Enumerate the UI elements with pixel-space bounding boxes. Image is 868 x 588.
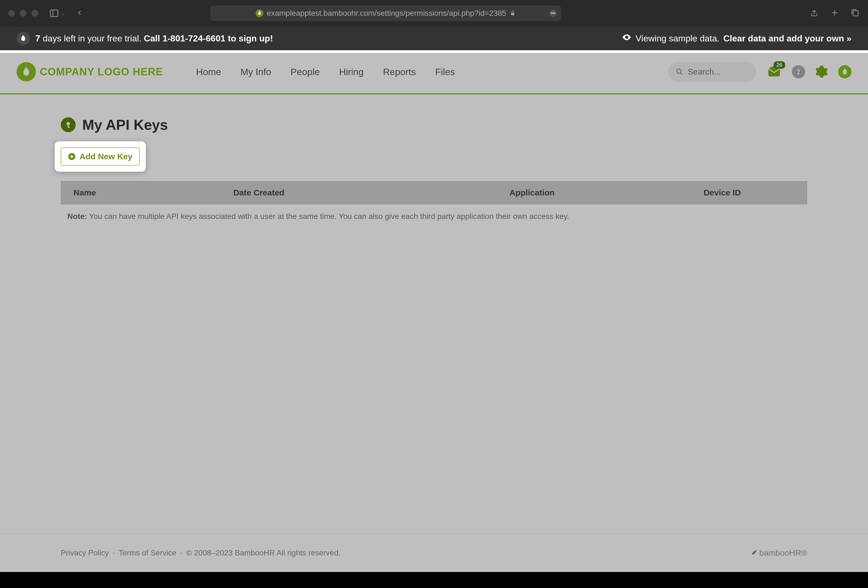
col-device-id: Device ID: [695, 182, 807, 204]
company-logo[interactable]: COMPANY LOGO HERE: [16, 62, 163, 81]
url-more-button[interactable]: •••: [549, 10, 557, 17]
clear-data-link[interactable]: Clear data and add your own »: [723, 33, 852, 44]
trial-banner: 7 days left in your free trial. Call 1-8…: [0, 27, 868, 50]
sidebar-toggle[interactable]: ⌵: [49, 8, 65, 18]
footer: Privacy Policy · Terms of Service · © 20…: [0, 533, 868, 572]
inbox-button[interactable]: 26: [766, 64, 782, 80]
col-date-created: Date Created: [225, 182, 501, 204]
add-new-key-button[interactable]: Add New Key: [61, 148, 140, 165]
lock-icon: [510, 10, 516, 16]
question-icon: [794, 68, 802, 75]
api-keys-table: Name Date Created Application Device ID: [61, 181, 807, 204]
settings-button[interactable]: [815, 65, 828, 78]
chevron-left-icon: [76, 9, 83, 16]
inbox-badge: 26: [774, 61, 785, 69]
bamboohr-footer-logo: bambooHR®: [750, 548, 807, 558]
logo-mark-icon: [16, 62, 36, 81]
browser-back-button[interactable]: [76, 9, 83, 18]
add-new-key-label: Add New Key: [80, 152, 133, 161]
nav-people[interactable]: People: [291, 66, 320, 77]
logo-text: COMPANY LOGO HERE: [40, 66, 163, 78]
new-tab-button[interactable]: [830, 8, 839, 19]
share-icon: [809, 8, 819, 18]
tabs-overview-button[interactable]: [850, 8, 860, 19]
svg-rect-11: [68, 127, 70, 128]
search-icon: [676, 67, 683, 76]
page-content: My API Keys Add New Key Name Date Create…: [0, 95, 868, 533]
note-text: Note: You can have multiple API keys ass…: [61, 204, 807, 229]
table-header-row: Name Date Created Application Device ID: [61, 182, 807, 204]
chevron-down-icon: ⌵: [61, 10, 65, 16]
col-name: Name: [61, 182, 225, 204]
maximize-window-button[interactable]: [31, 10, 38, 16]
close-window-button[interactable]: [8, 10, 15, 16]
brand-mark-icon: [16, 32, 30, 45]
gear-icon: [815, 65, 828, 79]
share-button[interactable]: [809, 8, 819, 19]
tabs-icon: [850, 8, 860, 18]
app-header: COMPANY LOGO HERE Home My Info People Hi…: [0, 50, 868, 95]
add-key-spotlight: Add New Key: [55, 141, 146, 172]
svg-line-7: [681, 72, 682, 75]
svg-rect-5: [853, 11, 858, 16]
nav-reports[interactable]: Reports: [383, 66, 416, 77]
user-avatar[interactable]: [838, 65, 852, 78]
browser-chrome: ⌵ exampleapptest.bamboohr.com/settings/p…: [0, 0, 868, 27]
sample-data-text: Viewing sample data.: [636, 33, 719, 44]
svg-rect-0: [50, 10, 58, 16]
site-favicon: [255, 9, 263, 17]
nav-files[interactable]: Files: [435, 66, 455, 77]
plus-circle-icon: [68, 153, 76, 160]
trial-days-left: 7 days left in your free trial. Call 1-8…: [35, 33, 273, 44]
nav-hiring[interactable]: Hiring: [339, 66, 364, 77]
eye-icon: [622, 32, 632, 44]
svg-rect-2: [511, 13, 514, 15]
nav-my-info[interactable]: My Info: [241, 66, 271, 77]
plus-icon: [830, 8, 839, 18]
svg-point-8: [798, 73, 799, 74]
search-box[interactable]: [668, 62, 756, 82]
leaf-mark-icon: [750, 548, 757, 558]
svg-point-6: [677, 69, 681, 74]
nav-home[interactable]: Home: [196, 66, 221, 77]
help-button[interactable]: [792, 65, 805, 78]
sidebar-icon: [49, 8, 59, 18]
copyright-text: © 2008–2023 BambooHR All rights reserved…: [186, 548, 340, 557]
minimize-window-button[interactable]: [20, 10, 27, 16]
col-application: Application: [501, 182, 695, 204]
leaf-icon: [841, 68, 849, 76]
terms-link[interactable]: Terms of Service: [119, 548, 176, 557]
url-bar[interactable]: exampleapptest.bamboohr.com/settings/per…: [210, 6, 561, 21]
page-title: My API Keys: [82, 117, 168, 133]
window-controls: [8, 10, 38, 16]
key-icon: [61, 117, 76, 132]
search-input[interactable]: [688, 67, 749, 77]
privacy-policy-link[interactable]: Privacy Policy: [61, 548, 109, 557]
url-text: exampleapptest.bamboohr.com/settings/per…: [267, 9, 506, 18]
main-nav: Home My Info People Hiring Reports Files: [196, 66, 455, 77]
